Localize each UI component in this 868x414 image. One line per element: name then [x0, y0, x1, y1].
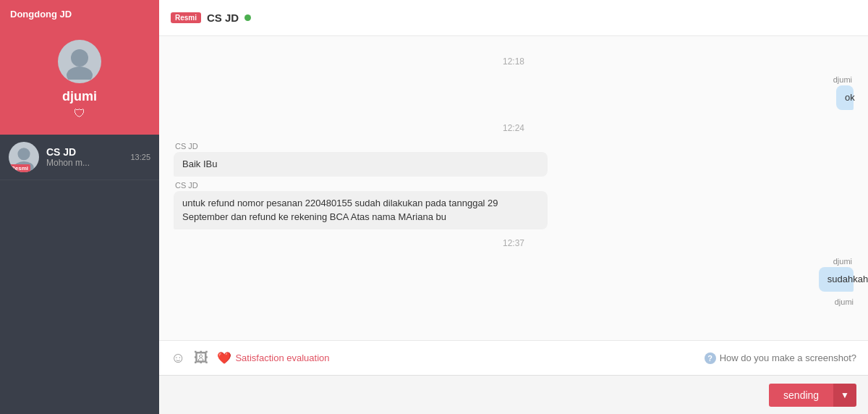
chat-contact-name: CS JD — [207, 12, 239, 24]
message-row-sudahkah: djumi sudahkah? — [174, 257, 854, 296]
sender-label-cs1: CS JD — [175, 142, 854, 151]
send-area: sending ▼ — [159, 375, 868, 414]
avatar — [58, 40, 101, 83]
messages-container: 12:18 djumi ok 12:24 CS JD Baik IBu CS J… — [159, 36, 868, 340]
user-shield-icon: 🛡 — [74, 107, 85, 120]
sender-label: djumi — [833, 75, 852, 84]
satisfaction-label: Satisfaction evaluation — [235, 352, 329, 363]
current-user-section: djumi 🛡 — [0, 28, 159, 135]
svg-point-1 — [67, 67, 93, 80]
bubble-baikIbu: Baik IBu — [174, 152, 548, 177]
bubble-sudahkah: sudahkah? — [819, 267, 854, 292]
current-user-name: djumi — [62, 89, 97, 104]
sender-label-cs2: CS JD — [175, 181, 854, 190]
online-status-dot — [244, 14, 251, 21]
screenshot-help-button[interactable]: ? How do you make a screenshot? — [705, 352, 856, 364]
bubble-outgoing: ok — [836, 85, 854, 110]
timestamp-1218: 12:18 — [174, 56, 854, 67]
sender-label-djumi2: djumi — [833, 257, 852, 266]
satisfaction-button[interactable]: ❤️ Satisfaction evaluation — [217, 351, 329, 365]
chat-area: Resmi CS JD 12:18 djumi ok 12:24 CS JD B… — [159, 0, 868, 414]
send-button[interactable]: sending — [769, 384, 833, 407]
svg-point-2 — [17, 148, 30, 160]
image-icon[interactable]: 🖼 — [194, 350, 208, 366]
contact-name: CS JD — [46, 146, 127, 158]
send-button-group: sending ▼ — [769, 384, 856, 407]
chat-header-badge: Resmi — [171, 12, 201, 23]
message-row-ok: djumi ok — [174, 75, 854, 114]
chat-toolbar: ☺ 🖼 ❤️ Satisfaction evaluation ? How do … — [159, 340, 868, 375]
sender-label-last: djumi — [174, 297, 854, 306]
heart-icon: ❤️ — [217, 351, 231, 365]
message-row-baikIbu: CS JD Baik IBu — [174, 142, 854, 177]
contact-list: Resmi CS JD Mohon m... 13:25 — [0, 135, 159, 414]
emoji-icon[interactable]: ☺ — [171, 350, 185, 366]
contact-time: 13:25 — [130, 153, 150, 161]
message-row-refund: CS JD untuk refund nomor pesanan 2204801… — [174, 181, 854, 229]
contact-info: CS JD Mohon m... — [46, 146, 127, 168]
timestamp-1224: 12:24 — [174, 123, 854, 133]
contact-preview: Mohon m... — [46, 158, 127, 168]
contact-badge: Resmi — [9, 164, 30, 172]
chat-header: Resmi CS JD — [159, 0, 868, 36]
question-icon: ? — [705, 352, 716, 364]
app-title: Dongdong JD — [0, 0, 159, 28]
svg-point-0 — [71, 49, 88, 67]
send-dropdown-arrow[interactable]: ▼ — [833, 384, 856, 407]
contact-avatar: Resmi — [9, 142, 39, 172]
screenshot-label: How do you make a screenshot? — [720, 352, 856, 363]
contact-item[interactable]: Resmi CS JD Mohon m... 13:25 — [0, 135, 159, 180]
sidebar: Dongdong JD djumi 🛡 Resmi CS JD Mohon m.… — [0, 0, 159, 414]
bubble-refund: untuk refund nomor pesanan 220480155 sud… — [174, 191, 548, 229]
timestamp-1237: 12:37 — [174, 238, 854, 248]
